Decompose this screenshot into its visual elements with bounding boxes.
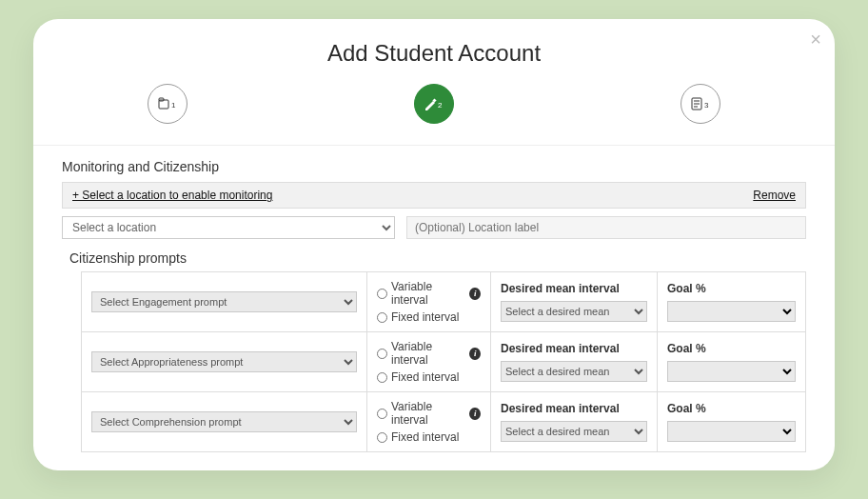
goal-select[interactable] — [667, 361, 796, 382]
prompt-row-comprehension: Select Comprehension prompt Variable int… — [82, 392, 805, 452]
mean-header: Desired mean interval — [501, 282, 647, 295]
step-3-button[interactable]: 3 — [681, 84, 720, 124]
modal-content: Monitoring and Citizenship + Select a lo… — [33, 146, 835, 452]
step-1-button[interactable]: 1 — [148, 84, 187, 124]
appropriateness-prompt-select[interactable]: Select Appropriateness prompt — [91, 351, 357, 372]
citizenship-heading: Citizenship prompts — [69, 250, 806, 266]
folder-icon: 1 — [158, 97, 177, 110]
svg-text:3: 3 — [704, 101, 709, 110]
variable-interval-radio[interactable]: Variable intervali — [377, 400, 481, 427]
goal-header: Goal % — [667, 402, 796, 415]
mean-header: Desired mean interval — [501, 342, 647, 355]
enable-monitoring-link[interactable]: + Select a location to enable monitoring — [72, 189, 272, 202]
info-icon[interactable]: i — [469, 348, 481, 360]
goal-select[interactable] — [667, 421, 796, 442]
section-heading: Monitoring and Citizenship — [62, 159, 806, 174]
svg-text:2: 2 — [438, 101, 443, 110]
comprehension-prompt-select[interactable]: Select Comprehension prompt — [91, 411, 357, 432]
step-2-button[interactable]: 2 — [414, 84, 454, 124]
info-icon[interactable]: i — [469, 408, 481, 420]
svg-text:1: 1 — [171, 101, 176, 110]
remove-link[interactable]: Remove — [753, 189, 796, 202]
fixed-interval-radio[interactable]: Fixed interval — [377, 430, 481, 444]
engagement-prompt-select[interactable]: Select Engagement prompt — [91, 291, 357, 312]
pencil-icon: 2 — [424, 97, 444, 110]
modal-title: Add Student Account — [33, 40, 835, 67]
mean-select[interactable]: Select a desired mean — [501, 421, 647, 442]
prompt-row-appropriateness: Select Appropriateness prompt Variable i… — [82, 332, 805, 392]
info-icon[interactable]: i — [469, 288, 481, 300]
variable-interval-radio[interactable]: Variable intervali — [377, 340, 481, 367]
location-row: Select a location — [62, 216, 806, 239]
mean-select[interactable]: Select a desired mean — [501, 301, 647, 322]
goal-select[interactable] — [667, 301, 796, 322]
wizard-steps: 1 2 3 — [33, 84, 835, 146]
location-label-input[interactable] — [406, 216, 806, 239]
close-icon[interactable]: × — [810, 29, 821, 50]
location-select[interactable]: Select a location — [62, 216, 395, 239]
document-icon: 3 — [690, 97, 711, 110]
enable-monitoring-bar: + Select a location to enable monitoring… — [62, 182, 806, 209]
fixed-interval-radio[interactable]: Fixed interval — [377, 310, 481, 324]
goal-header: Goal % — [667, 342, 796, 355]
add-student-modal: × Add Student Account 1 2 3 — [33, 19, 835, 470]
fixed-interval-radio[interactable]: Fixed interval — [377, 370, 481, 384]
variable-interval-radio[interactable]: Variable intervali — [377, 280, 481, 307]
mean-select[interactable]: Select a desired mean — [501, 361, 647, 382]
prompt-row-engagement: Select Engagement prompt Variable interv… — [82, 272, 805, 332]
goal-header: Goal % — [667, 282, 796, 295]
mean-header: Desired mean interval — [501, 402, 647, 415]
citizenship-prompts-table: Select Engagement prompt Variable interv… — [81, 271, 806, 452]
